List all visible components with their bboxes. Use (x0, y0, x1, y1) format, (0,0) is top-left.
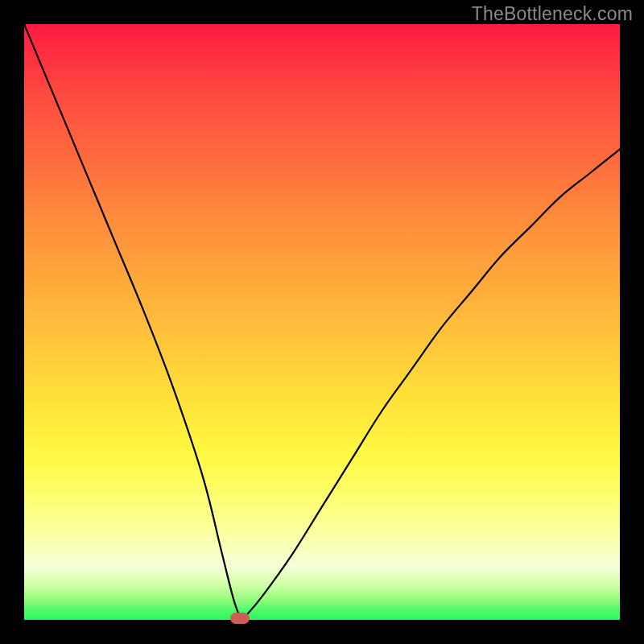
chart-frame: TheBottleneck.com (0, 0, 644, 644)
attribution-text: TheBottleneck.com (472, 3, 633, 25)
curve-svg (24, 24, 620, 620)
bottleneck-curve-path (24, 24, 620, 620)
minimum-marker (230, 613, 250, 624)
plot-area (24, 24, 620, 620)
